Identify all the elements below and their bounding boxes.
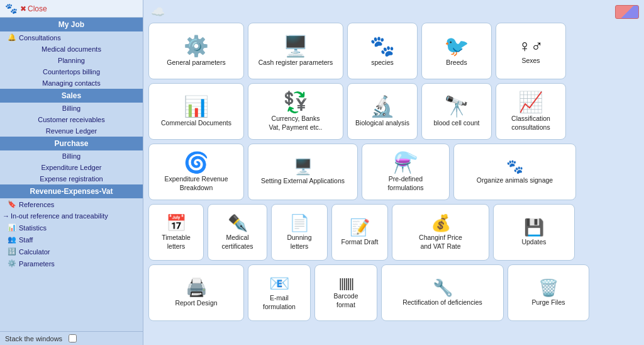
app-icon: 🐾: [5, 3, 18, 14]
sexes-icon: ♀♂: [519, 38, 543, 54]
sidebar-item-calculator[interactable]: 🔢 Calculator: [0, 246, 143, 257]
commercial-documents-icon: 📊: [184, 96, 209, 116]
medical-certificates-label: Medicalcertificates: [221, 234, 253, 251]
biological-analysis-icon: 🔬: [370, 96, 395, 116]
rectification-deficiencies-icon: 🔧: [433, 280, 453, 296]
sidebar-bottom: Stack the windows: [0, 331, 143, 345]
report-design-icon: 🖨️: [186, 279, 208, 297]
tile-timetable-letters[interactable]: 📅 Timetableletters: [148, 204, 204, 261]
arrow-icon: →: [3, 212, 9, 220]
updates-label: Updates: [521, 238, 546, 247]
tile-medical-certificates[interactable]: ✒️ Medicalcertificates: [208, 204, 267, 261]
updates-icon: 💾: [524, 219, 544, 235]
rectification-deficiencies-label: Rectification of deficiencies: [402, 298, 482, 307]
tile-breeds[interactable]: 🐦 Breeds: [421, 23, 492, 79]
main-header: ☁️: [148, 5, 639, 19]
sidebar-item-planning[interactable]: Planning: [0, 55, 143, 66]
grid-row-5: 🖨️ Report Design 📧 E-mailformulation |||…: [148, 264, 639, 321]
sidebar-item-countertops-billing[interactable]: Countertops billing: [0, 66, 143, 77]
dunning-letters-icon: 📄: [289, 215, 309, 231]
tile-updates[interactable]: 💾 Updates: [493, 204, 575, 261]
commercial-documents-label: Commercial Documents: [161, 119, 231, 128]
sidebar-item-customer-receivables[interactable]: Customer receivables: [0, 114, 143, 125]
tile-organize-animals-signage[interactable]: 🐾 Organize animals signage: [453, 144, 576, 200]
tile-report-design[interactable]: 🖨️ Report Design: [148, 264, 244, 321]
pre-defined-formulations-icon: ⚗️: [393, 152, 418, 172]
tile-rectification-deficiencies[interactable]: 🔧 Rectification of deficiencies: [381, 264, 504, 321]
email-formulation-icon: 📧: [269, 275, 289, 291]
tile-species[interactable]: 🐾 species: [347, 23, 418, 79]
sidebar-item-references[interactable]: 🔖 References: [0, 198, 143, 210]
grid-row-3: 🌀 Expenditure Revenue Breakdown 🖥️ Setti…: [148, 144, 639, 200]
tile-biological-analysis[interactable]: 🔬 Biological analysis: [347, 83, 418, 140]
species-label: species: [371, 59, 394, 67]
tiles-grid: ⚙️ General parameters 🖥️ Cash register p…: [148, 23, 639, 321]
format-draft-icon: 📝: [350, 219, 370, 235]
dunning-letters-label: Dunningletters: [287, 234, 311, 251]
tile-pre-defined-formulations[interactable]: ⚗️ Pre-definedformulations: [362, 144, 450, 200]
sidebar-item-inout-reference[interactable]: → In-out reference and traceability: [0, 210, 143, 222]
medical-certificates-icon: ✒️: [228, 215, 248, 231]
general-parameters-icon: ⚙️: [184, 36, 209, 56]
tile-currency-banks[interactable]: 💱 Currency, BanksVat, Payment etc..: [248, 83, 343, 140]
cash-register-icon: 🖥️: [283, 36, 308, 56]
expenditure-revenue-icon: 🌀: [184, 152, 209, 172]
general-parameters-label: General parameters: [167, 59, 225, 67]
sidebar-item-expenditure-ledger[interactable]: Expenditure Ledger: [0, 162, 143, 173]
classification-consultations-label: Classificationconsultations: [511, 115, 550, 132]
sidebar-item-billing-sales[interactable]: Billing: [0, 103, 143, 114]
tile-cash-register[interactable]: 🖥️ Cash register parameters: [248, 23, 343, 79]
barcode-format-icon: |||||||: [339, 277, 353, 290]
format-draft-label: Format Draft: [341, 238, 379, 247]
tile-sexes[interactable]: ♀♂ Sexes: [496, 23, 566, 79]
cloud-icon: ☁️: [151, 5, 165, 19]
stack-windows-label[interactable]: Stack the windows: [5, 335, 62, 342]
references-icon: 🔖: [8, 200, 16, 208]
tile-blood-cell-count[interactable]: 🔭 blood cell count: [421, 83, 492, 140]
currency-banks-label: Currency, BanksVat, Payment etc..: [269, 115, 322, 132]
sidebar-section-sales: Sales: [0, 89, 143, 103]
avatar[interactable]: [615, 5, 639, 19]
sidebar-item-medical-documents[interactable]: Medical documents: [0, 43, 143, 55]
consultations-icon: 🔔: [8, 33, 16, 42]
tile-classification-consultations[interactable]: 📈 Classificationconsultations: [496, 83, 566, 140]
sidebar-item-statistics[interactable]: 📊 Statistics: [0, 222, 143, 234]
close-label[interactable]: Close: [28, 4, 47, 13]
statistics-icon: 📊: [8, 223, 16, 232]
blood-cell-count-label: blood cell count: [434, 119, 480, 128]
tile-commercial-documents[interactable]: 📊 Commercial Documents: [148, 83, 244, 140]
changing-price-vat-icon: 💰: [431, 215, 451, 231]
sidebar-item-expense-registration[interactable]: Expense registration: [0, 173, 143, 184]
purge-files-label: Purge Files: [531, 298, 565, 307]
sidebar-item-staff[interactable]: 👥 Staff: [0, 234, 143, 246]
sidebar-item-parameters[interactable]: ⚙️ Parameters: [0, 257, 143, 269]
organize-animals-signage-label: Organize animals signage: [477, 176, 553, 185]
tile-dunning-letters[interactable]: 📄 Dunningletters: [271, 204, 328, 261]
sidebar-section-purchase: Purchase: [0, 137, 143, 150]
close-button[interactable]: ✖ Close: [20, 4, 47, 13]
calculator-icon: 🔢: [8, 247, 16, 256]
grid-row-2: 📊 Commercial Documents 💱 Currency, Banks…: [148, 83, 639, 140]
tile-general-parameters[interactable]: ⚙️ General parameters: [148, 23, 244, 79]
sidebar-item-billing-purchase[interactable]: Billing: [0, 150, 143, 162]
tile-purge-files[interactable]: 🗑️ Purge Files: [508, 264, 589, 321]
sexes-label: Sexes: [521, 57, 540, 65]
pre-defined-formulations-label: Pre-definedformulations: [387, 175, 423, 192]
stack-windows-checkbox[interactable]: [69, 334, 77, 342]
tile-format-draft[interactable]: 📝 Format Draft: [331, 204, 388, 261]
sidebar-item-managing-contacts[interactable]: Managing contacts: [0, 77, 143, 89]
report-design-label: Report Design: [175, 299, 217, 308]
sidebar-item-revenue-ledger[interactable]: Revenue Ledger: [0, 125, 143, 137]
tile-changing-price-vat[interactable]: 💰 Changinf Priceand VAT Rate: [392, 204, 489, 261]
cash-register-label: Cash register parameters: [258, 59, 333, 67]
tile-expenditure-revenue[interactable]: 🌀 Expenditure Revenue Breakdown: [148, 144, 244, 200]
tile-barcode-format[interactable]: ||||||| Barcodeformat: [314, 264, 377, 321]
sidebar-section-revenue-expenses-vat: Revenue-Expenses-Vat: [0, 184, 143, 198]
breeds-label: Breeds: [446, 59, 467, 67]
email-formulation-label: E-mailformulation: [263, 294, 296, 311]
tile-email-formulation[interactable]: 📧 E-mailformulation: [248, 264, 311, 321]
main-content: ☁️ ⚙️ General parameters 🖥️ Cash registe…: [143, 0, 644, 345]
species-icon: 🐾: [370, 36, 395, 56]
sidebar-item-consultations[interactable]: 🔔 Consultations: [0, 31, 143, 43]
tile-setting-external-apps[interactable]: 🖥️ Setting External Applications: [248, 144, 358, 200]
